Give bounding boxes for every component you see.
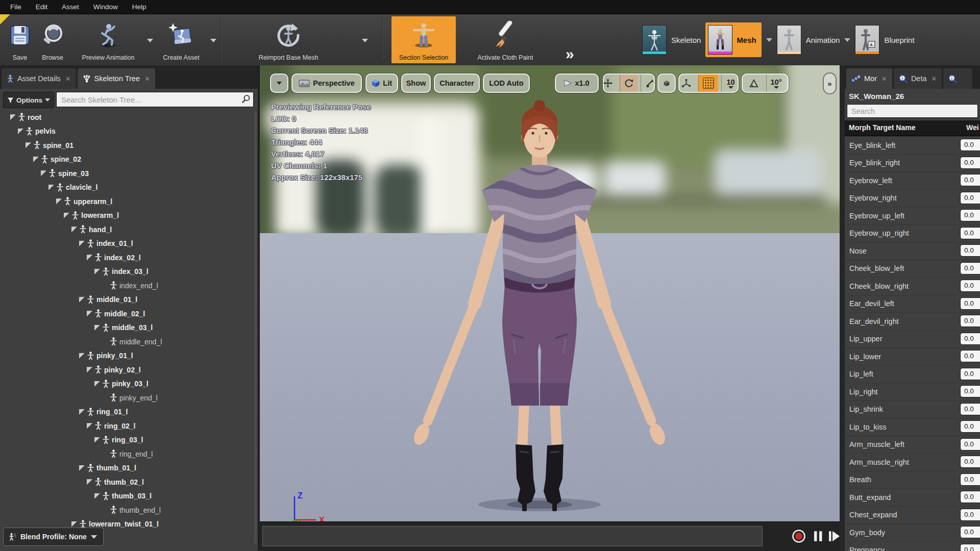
- create-asset-dropdown-caret[interactable]: [210, 39, 216, 42]
- tree-expander-icon[interactable]: [94, 269, 100, 274]
- tree-expander-icon[interactable]: [94, 381, 100, 387]
- tab-asset-details[interactable]: Asset Details ✕: [2, 68, 76, 89]
- playback-speed-button[interactable]: x1.0: [555, 73, 599, 93]
- skeleton-tree-bone-row[interactable]: thumb_03_l: [0, 489, 254, 504]
- morph-target-row[interactable]: Lip_upper 0.0: [845, 331, 980, 348]
- perspective-button[interactable]: Perspective: [291, 73, 362, 93]
- menu-edit[interactable]: Edit: [30, 1, 54, 13]
- morph-weight-input[interactable]: 0.0: [960, 491, 980, 503]
- tree-expander-icon[interactable]: [79, 353, 85, 359]
- skeleton-tree-bone-row[interactable]: pinky_01_l: [0, 349, 254, 363]
- angle-snap-value-button[interactable]: 10°: [766, 74, 786, 92]
- morph-target-row[interactable]: Chest_expand 0.0: [845, 507, 980, 524]
- morph-target-row[interactable]: Eyebrow_up_left 0.0: [845, 207, 980, 225]
- options-button[interactable]: Options: [3, 92, 54, 108]
- morph-weight-input[interactable]: 0.0: [960, 297, 980, 310]
- morph-target-row[interactable]: Cheek_blow_left 0.0: [845, 260, 980, 278]
- skeleton-tree-bone-row[interactable]: thumb_02_l: [0, 475, 254, 489]
- step-forward-button[interactable]: [827, 529, 840, 543]
- viewport-toolbar-overflow[interactable]: »: [823, 72, 837, 94]
- morph-target-row[interactable]: Eye_blink_right 0.0: [845, 155, 980, 172]
- tree-expander-icon[interactable]: [94, 325, 100, 331]
- morph-target-row[interactable]: Breath 0.0: [845, 471, 980, 489]
- tree-expander-icon[interactable]: [79, 241, 85, 246]
- skeleton-tree-bone-row[interactable]: spine_02: [0, 153, 254, 167]
- mesh-mode-button[interactable]: Mesh: [705, 22, 761, 57]
- tree-expander-icon[interactable]: [64, 213, 69, 218]
- morph-weight-input[interactable]: 0.0: [960, 526, 980, 538]
- skeleton-tree-bone-row[interactable]: middle_01_l: [0, 293, 254, 307]
- morph-weight-input[interactable]: 0.0: [960, 403, 980, 415]
- morph-target-row[interactable]: Ear_devil_right 0.0: [845, 313, 980, 331]
- skeleton-tree-bone-row[interactable]: root: [0, 110, 254, 124]
- tab-details[interactable]: i Deta ✕: [894, 68, 942, 89]
- skeleton-tree-bone-row[interactable]: index_03_l: [0, 265, 254, 279]
- activate-cloth-paint-button[interactable]: Activate Cloth Paint: [467, 16, 544, 63]
- tab-close-icon[interactable]: ✕: [65, 75, 71, 83]
- preview-viewport[interactable]: Perspective Lit Show Character LOD Auto …: [258, 65, 840, 551]
- menu-file[interactable]: File: [4, 1, 28, 13]
- section-selection-button[interactable]: Section Selection: [391, 16, 456, 63]
- preview-animation-button[interactable]: Preview Animation: [72, 16, 144, 63]
- skeleton-tree-bone-row[interactable]: ring_02_l: [0, 419, 254, 433]
- show-button[interactable]: Show: [401, 73, 431, 93]
- lod-auto-button[interactable]: LOD Auto: [483, 73, 530, 93]
- blend-profile-button[interactable]: Blend Profile: None: [3, 528, 104, 546]
- tree-expander-icon[interactable]: [87, 311, 92, 316]
- reimport-base-mesh-button[interactable]: Reimport Base Mesh: [232, 16, 345, 63]
- character-button[interactable]: Character: [434, 73, 480, 93]
- tree-expander-icon[interactable]: [79, 409, 85, 415]
- tree-expander-icon[interactable]: [79, 465, 85, 471]
- morph-weight-input[interactable]: 0.0: [960, 333, 980, 345]
- morph-weight-input[interactable]: 0.0: [960, 315, 980, 327]
- morph-target-row[interactable]: Eyebrow_up_right 0.0: [845, 225, 980, 243]
- browse-button[interactable]: Browse: [37, 16, 68, 63]
- skeleton-mode-label[interactable]: Skeleton: [671, 36, 701, 44]
- skeleton-tree-bone-row[interactable]: index_01_l: [0, 237, 254, 251]
- menu-asset[interactable]: Asset: [56, 1, 85, 13]
- morph-target-row[interactable]: Lip_right 0.0: [845, 383, 980, 401]
- tree-expander-icon[interactable]: [87, 255, 92, 260]
- animation-mode-dropdown-caret[interactable]: [844, 38, 850, 42]
- skeleton-tree-bone-row[interactable]: middle_03_l: [0, 321, 254, 335]
- scale-tool-button[interactable]: [641, 74, 658, 92]
- skeleton-tree-bone-row[interactable]: index_02_l: [0, 251, 254, 265]
- tab-close-icon[interactable]: ✕: [144, 75, 150, 83]
- coordinate-space-button[interactable]: [657, 73, 676, 93]
- morph-weight-input[interactable]: 0.0: [960, 139, 980, 151]
- skeleton-tree-bone-row[interactable]: middle_end_l: [0, 335, 254, 349]
- morph-weight-input[interactable]: 0.0: [960, 227, 980, 239]
- skeleton-tree-bone-row[interactable]: ring_01_l: [0, 405, 254, 419]
- grid-snap-toggle[interactable]: [698, 74, 718, 92]
- tree-expander-icon[interactable]: [48, 185, 54, 190]
- tree-expander-icon[interactable]: [79, 297, 85, 303]
- skeleton-tree-bone-row[interactable]: clavicle_l: [0, 181, 254, 195]
- skeleton-tree-bone-row[interactable]: thumb_end_l: [0, 503, 254, 517]
- toolbar-overflow-chevron[interactable]: »: [566, 49, 574, 59]
- pause-button[interactable]: [812, 529, 824, 543]
- morph-weight-input[interactable]: 0.0: [960, 420, 980, 433]
- morph-weight-input[interactable]: 0.0: [960, 509, 980, 521]
- morph-search-input[interactable]: [847, 104, 978, 118]
- tree-expander-icon[interactable]: [41, 170, 46, 176]
- tab-clipped[interactable]: i: [943, 68, 972, 89]
- tree-expander-icon[interactable]: [94, 437, 100, 443]
- animation-mode-thumbnail[interactable]: [777, 25, 801, 55]
- morph-weight-input[interactable]: 0.0: [960, 280, 980, 292]
- menu-window[interactable]: Window: [87, 1, 124, 13]
- skeleton-tree-bone-row[interactable]: pelvis: [0, 124, 254, 139]
- morph-weight-input[interactable]: 0.0: [960, 438, 980, 450]
- morph-target-row[interactable]: Butt_expand 0.0: [845, 489, 980, 507]
- morph-table-header[interactable]: Morph Target Name Wei: [845, 120, 980, 136]
- morph-target-row[interactable]: Eyebrow_left 0.0: [845, 172, 980, 190]
- tab-close-icon[interactable]: ✕: [932, 75, 937, 83]
- skeleton-tree-bone-row[interactable]: spine_03: [0, 166, 254, 181]
- tree-expander-icon[interactable]: [56, 198, 62, 204]
- morph-weight-input[interactable]: 0.0: [960, 385, 980, 397]
- skeleton-tree-bone-row[interactable]: spine_01: [0, 138, 254, 153]
- blueprint-mode-label[interactable]: Blueprint: [884, 36, 914, 44]
- lit-button[interactable]: Lit: [365, 73, 398, 93]
- reimport-dropdown-caret[interactable]: [362, 39, 368, 42]
- skeleton-tree-bone-row[interactable]: index_end_l: [0, 279, 254, 293]
- mesh-mode-dropdown-caret[interactable]: [766, 38, 772, 42]
